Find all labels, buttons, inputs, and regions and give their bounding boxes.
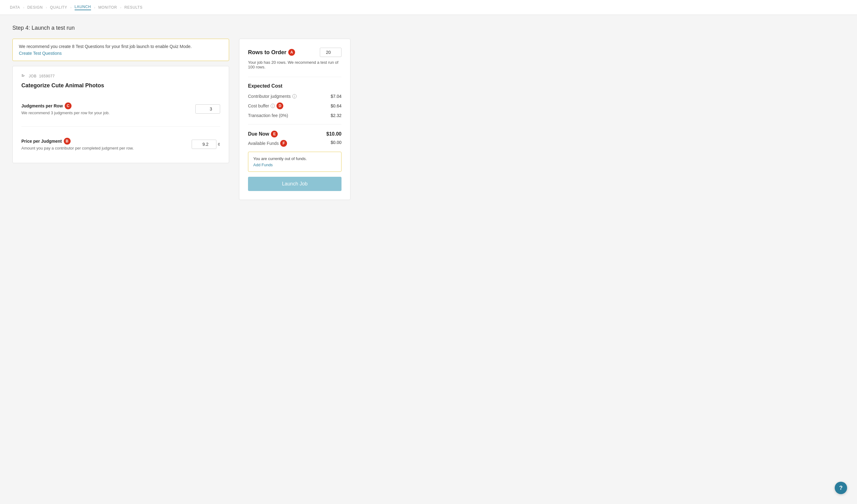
funds-warning: You are currently out of funds. Add Fund… (248, 152, 341, 172)
nav-chevron-5: › (120, 5, 121, 9)
nav-chevron-2: › (46, 5, 47, 9)
judgments-input[interactable] (195, 104, 220, 114)
job-divider (21, 126, 220, 127)
nav-step-monitor[interactable]: MONITOR (98, 5, 117, 10)
page-title: Step 4: Launch a test run (12, 25, 421, 31)
badge-b: B (64, 138, 71, 145)
section-divider-2 (248, 124, 341, 124)
rows-desc: Your job has 20 rows. We recommend a tes… (248, 60, 341, 69)
funds-warning-text: You are currently out of funds. (253, 156, 336, 161)
nav-step-launch[interactable]: LAUNCH (74, 5, 91, 10)
due-now-text: Due Now (248, 131, 269, 137)
expected-cost-title: Expected Cost (248, 83, 341, 89)
cost-buffer-label: Cost buffer i D (248, 102, 283, 109)
cents-symbol: ¢ (218, 142, 220, 147)
svg-point-4 (22, 75, 22, 76)
svg-point-5 (22, 76, 22, 77)
contributor-judgments-info-icon[interactable]: i (292, 94, 297, 98)
job-card: JOB 1659077 Categorize Cute Animal Photo… (12, 66, 229, 163)
cost-buffer-info-icon[interactable]: i (271, 104, 275, 108)
cost-buffer-row: Cost buffer i D $0.64 (248, 102, 341, 109)
judgments-desc: We recommend 3 judgments per row for you… (21, 111, 195, 115)
rows-to-order-text: Rows to Order (248, 49, 286, 56)
rows-input[interactable] (320, 48, 341, 57)
nav-label-monitor: MONITOR (98, 5, 117, 10)
badge-a: A (288, 49, 295, 56)
nav-label-data: DATA (10, 5, 20, 10)
available-funds-label: Available Funds F (248, 140, 287, 147)
transaction-fee-text: Transaction fee (0%) (248, 113, 288, 118)
nav-step-results[interactable]: RESULTS (124, 5, 143, 10)
job-id: 1659077 (39, 74, 55, 78)
content-layout: We recommend you create 8 Test Questions… (12, 39, 421, 200)
price-per-judgment-row: Price per Judgment B Amount you pay a co… (21, 133, 220, 155)
price-input-wrapper: ¢ (192, 140, 220, 149)
nav-label-quality: QUALITY (50, 5, 67, 10)
price-label-group: Price per Judgment B Amount you pay a co… (21, 138, 192, 150)
launch-job-button[interactable]: Launch Job (248, 177, 341, 191)
badge-c: C (65, 102, 71, 109)
warning-text: We recommend you create 8 Test Questions… (19, 44, 223, 49)
judgments-label-group: Judgments per Row C We recommend 3 judgm… (21, 102, 195, 115)
job-icon (21, 74, 26, 79)
top-nav: DATA › DESIGN › QUALITY › LAUNCH › MONIT… (0, 0, 857, 15)
warning-banner: We recommend you create 8 Test Questions… (12, 39, 229, 61)
cost-buffer-text: Cost buffer (248, 103, 269, 108)
contributor-judgments-text: Contributor judgments (248, 94, 291, 99)
right-panel: Rows to Order A Your job has 20 rows. We… (239, 39, 351, 200)
transaction-fee-label: Transaction fee (0%) (248, 113, 288, 118)
nav-label-design: DESIGN (27, 5, 43, 10)
job-label: JOB (29, 74, 36, 78)
price-desc: Amount you pay a contributor per complet… (21, 146, 192, 150)
main-content: Step 4: Launch a test run We recommend y… (0, 15, 434, 210)
contributor-judgments-label: Contributor judgments i (248, 94, 297, 99)
judgments-per-row-row: Judgments per Row C We recommend 3 judgm… (21, 98, 220, 120)
nav-step-quality[interactable]: QUALITY (50, 5, 67, 10)
contributor-judgments-value: $7.04 (331, 94, 341, 99)
badge-f: F (280, 140, 287, 147)
left-panel: We recommend you create 8 Test Questions… (12, 39, 229, 163)
nav-chevron-4: › (94, 5, 95, 9)
badge-e: E (271, 131, 278, 137)
svg-point-3 (22, 74, 22, 75)
nav-chevron-1: › (23, 5, 24, 9)
job-header: JOB 1659077 (21, 74, 220, 79)
price-input[interactable] (192, 140, 216, 149)
rows-to-order-row: Rows to Order A (248, 48, 341, 57)
create-test-questions-link[interactable]: Create Test Questions (19, 51, 62, 56)
cost-buffer-value: $0.64 (331, 103, 341, 108)
section-divider-1 (248, 77, 341, 77)
due-now-row: Due Now E $10.00 (248, 131, 341, 137)
nav-step-data[interactable]: DATA (10, 5, 20, 10)
judgments-label: Judgments per Row C (21, 102, 195, 109)
transaction-fee-value: $2.32 (331, 113, 341, 118)
available-funds-row: Available Funds F $0.00 (248, 140, 341, 147)
badge-d: D (276, 102, 283, 109)
rows-to-order-label: Rows to Order A (248, 49, 295, 56)
price-label-text: Price per Judgment (21, 139, 62, 144)
add-funds-link[interactable]: Add Funds (253, 163, 273, 167)
contributor-judgments-row: Contributor judgments i $7.04 (248, 94, 341, 99)
available-funds-text: Available Funds (248, 141, 279, 146)
price-label: Price per Judgment B (21, 138, 192, 145)
nav-chevron-3: › (70, 5, 71, 9)
nav-label-results: RESULTS (124, 5, 143, 10)
nav-label-launch: LAUNCH (74, 5, 91, 9)
available-funds-value: $0.00 (331, 140, 341, 147)
job-title: Categorize Cute Animal Photos (21, 82, 220, 89)
judgments-label-text: Judgments per Row (21, 103, 63, 108)
due-now-value: $10.00 (326, 131, 341, 137)
due-now-label: Due Now E (248, 131, 278, 137)
transaction-fee-row: Transaction fee (0%) $2.32 (248, 113, 341, 118)
nav-step-design[interactable]: DESIGN (27, 5, 43, 10)
